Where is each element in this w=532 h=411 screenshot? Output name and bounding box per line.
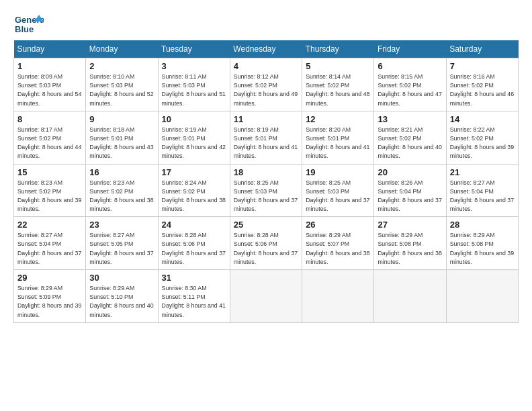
- cell-content: Sunrise: 8:14 AMSunset: 5:02 PMDaylight:…: [306, 73, 369, 107]
- day-number: 7: [450, 61, 515, 71]
- calendar-cell: 19 Sunrise: 8:25 AMSunset: 5:03 PMDaylig…: [302, 164, 374, 217]
- calendar-cell: 16 Sunrise: 8:23 AMSunset: 5:02 PMDaylig…: [86, 164, 158, 217]
- day-number: 25: [234, 220, 298, 230]
- cell-content: Sunrise: 8:19 AMSunset: 5:01 PMDaylight:…: [234, 126, 298, 160]
- logo-icon: General Blue: [13, 12, 40, 32]
- calendar-cell: 10 Sunrise: 8:19 AMSunset: 5:01 PMDaylig…: [158, 111, 230, 164]
- day-number: 3: [162, 61, 226, 71]
- cell-content: Sunrise: 8:29 AMSunset: 5:08 PMDaylight:…: [378, 232, 441, 265]
- calendar-cell: 15 Sunrise: 8:23 AMSunset: 5:02 PMDaylig…: [14, 164, 86, 217]
- day-number: 10: [162, 114, 226, 124]
- logo: General Blue: [13, 12, 43, 32]
- calendar-cell: 7 Sunrise: 8:16 AMSunset: 5:02 PMDayligh…: [446, 58, 518, 111]
- calendar-cell: 29 Sunrise: 8:29 AMSunset: 5:09 PMDaylig…: [14, 270, 86, 323]
- day-number: 15: [17, 167, 82, 177]
- cell-content: Sunrise: 8:18 AMSunset: 5:01 PMDaylight:…: [89, 126, 153, 160]
- calendar-cell: 22 Sunrise: 8:27 AMSunset: 5:04 PMDaylig…: [14, 217, 86, 270]
- col-header-monday: Monday: [86, 40, 158, 58]
- col-header-friday: Friday: [374, 40, 446, 58]
- cell-content: Sunrise: 8:22 AMSunset: 5:02 PMDaylight:…: [450, 126, 514, 160]
- calendar-cell: 13 Sunrise: 8:21 AMSunset: 5:02 PMDaylig…: [374, 111, 446, 164]
- week-row-2: 8 Sunrise: 8:17 AMSunset: 5:02 PMDayligh…: [14, 111, 519, 164]
- day-number: 6: [378, 61, 442, 71]
- calendar-cell: 6 Sunrise: 8:15 AMSunset: 5:02 PMDayligh…: [374, 58, 446, 111]
- cell-content: Sunrise: 8:20 AMSunset: 5:01 PMDaylight:…: [306, 126, 369, 160]
- day-number: 23: [89, 220, 154, 230]
- day-number: 24: [162, 220, 226, 230]
- col-header-wednesday: Wednesday: [230, 40, 302, 58]
- calendar-cell: 14 Sunrise: 8:22 AMSunset: 5:02 PMDaylig…: [446, 111, 518, 164]
- cell-content: Sunrise: 8:25 AMSunset: 5:03 PMDaylight:…: [306, 179, 369, 213]
- cell-content: Sunrise: 8:24 AMSunset: 5:02 PMDaylight:…: [162, 179, 226, 213]
- week-row-4: 22 Sunrise: 8:27 AMSunset: 5:04 PMDaylig…: [14, 217, 519, 270]
- day-number: 11: [234, 114, 298, 124]
- day-number: 17: [162, 167, 226, 177]
- calendar-cell: 18 Sunrise: 8:25 AMSunset: 5:03 PMDaylig…: [230, 164, 302, 217]
- day-number: 5: [306, 61, 370, 71]
- calendar-cell: 24 Sunrise: 8:28 AMSunset: 5:06 PMDaylig…: [158, 217, 230, 270]
- day-number: 27: [378, 220, 442, 230]
- calendar-cell: 28 Sunrise: 8:29 AMSunset: 5:08 PMDaylig…: [446, 217, 518, 270]
- cell-content: Sunrise: 8:15 AMSunset: 5:02 PMDaylight:…: [378, 73, 441, 107]
- week-row-5: 29 Sunrise: 8:29 AMSunset: 5:09 PMDaylig…: [14, 270, 519, 323]
- day-number: 18: [234, 167, 298, 177]
- calendar-cell: 5 Sunrise: 8:14 AMSunset: 5:02 PMDayligh…: [302, 58, 374, 111]
- calendar-cell: 20 Sunrise: 8:26 AMSunset: 5:04 PMDaylig…: [374, 164, 446, 217]
- calendar-cell: [374, 270, 446, 323]
- day-number: 31: [162, 273, 226, 283]
- calendar-cell: [230, 270, 302, 323]
- cell-content: Sunrise: 8:27 AMSunset: 5:04 PMDaylight:…: [17, 232, 81, 265]
- calendar-table: SundayMondayTuesdayWednesdayThursdayFrid…: [13, 40, 519, 323]
- cell-content: Sunrise: 8:29 AMSunset: 5:07 PMDaylight:…: [306, 232, 369, 265]
- week-row-1: 1 Sunrise: 8:09 AMSunset: 5:03 PMDayligh…: [14, 58, 519, 111]
- day-number: 9: [89, 114, 154, 124]
- cell-content: Sunrise: 8:16 AMSunset: 5:02 PMDaylight:…: [450, 73, 514, 107]
- page: General Blue SundayMondayTuesdayWednesda…: [0, 0, 532, 330]
- calendar-cell: 23 Sunrise: 8:27 AMSunset: 5:05 PMDaylig…: [86, 217, 158, 270]
- cell-content: Sunrise: 8:27 AMSunset: 5:04 PMDaylight:…: [450, 179, 514, 213]
- cell-content: Sunrise: 8:29 AMSunset: 5:09 PMDaylight:…: [17, 285, 81, 318]
- col-header-saturday: Saturday: [446, 40, 518, 58]
- calendar-cell: 9 Sunrise: 8:18 AMSunset: 5:01 PMDayligh…: [86, 111, 158, 164]
- calendar-cell: 17 Sunrise: 8:24 AMSunset: 5:02 PMDaylig…: [158, 164, 230, 217]
- calendar-cell: 26 Sunrise: 8:29 AMSunset: 5:07 PMDaylig…: [302, 217, 374, 270]
- cell-content: Sunrise: 8:27 AMSunset: 5:05 PMDaylight:…: [89, 232, 153, 265]
- calendar-cell: 3 Sunrise: 8:11 AMSunset: 5:03 PMDayligh…: [158, 58, 230, 111]
- cell-content: Sunrise: 8:29 AMSunset: 5:10 PMDaylight:…: [89, 285, 153, 318]
- calendar-cell: 4 Sunrise: 8:12 AMSunset: 5:02 PMDayligh…: [230, 58, 302, 111]
- calendar-cell: 31 Sunrise: 8:30 AMSunset: 5:11 PMDaylig…: [158, 270, 230, 323]
- cell-content: Sunrise: 8:29 AMSunset: 5:08 PMDaylight:…: [450, 232, 514, 265]
- day-number: 4: [234, 61, 298, 71]
- calendar-cell: 12 Sunrise: 8:20 AMSunset: 5:01 PMDaylig…: [302, 111, 374, 164]
- day-number: 26: [306, 220, 370, 230]
- day-number: 16: [89, 167, 154, 177]
- col-header-sunday: Sunday: [14, 40, 86, 58]
- cell-content: Sunrise: 8:19 AMSunset: 5:01 PMDaylight:…: [162, 126, 226, 160]
- day-number: 1: [17, 61, 82, 71]
- day-number: 21: [450, 167, 515, 177]
- header: General Blue: [13, 12, 519, 32]
- calendar-cell: [302, 270, 374, 323]
- cell-content: Sunrise: 8:28 AMSunset: 5:06 PMDaylight:…: [162, 232, 226, 265]
- day-number: 30: [89, 273, 154, 283]
- cell-content: Sunrise: 8:17 AMSunset: 5:02 PMDaylight:…: [17, 126, 81, 160]
- cell-content: Sunrise: 8:12 AMSunset: 5:02 PMDaylight:…: [234, 73, 298, 107]
- cell-content: Sunrise: 8:28 AMSunset: 5:06 PMDaylight:…: [234, 232, 298, 265]
- day-number: 8: [17, 114, 82, 124]
- calendar-cell: 25 Sunrise: 8:28 AMSunset: 5:06 PMDaylig…: [230, 217, 302, 270]
- day-number: 14: [450, 114, 515, 124]
- day-number: 12: [306, 114, 370, 124]
- cell-content: Sunrise: 8:11 AMSunset: 5:03 PMDaylight:…: [162, 73, 226, 107]
- col-header-thursday: Thursday: [302, 40, 374, 58]
- cell-content: Sunrise: 8:23 AMSunset: 5:02 PMDaylight:…: [17, 179, 81, 213]
- calendar-cell: [446, 270, 518, 323]
- cell-content: Sunrise: 8:26 AMSunset: 5:04 PMDaylight:…: [378, 179, 441, 213]
- day-number: 22: [17, 220, 82, 230]
- cell-content: Sunrise: 8:10 AMSunset: 5:03 PMDaylight:…: [89, 73, 153, 107]
- day-number: 2: [89, 61, 154, 71]
- week-row-3: 15 Sunrise: 8:23 AMSunset: 5:02 PMDaylig…: [14, 164, 519, 217]
- cell-content: Sunrise: 8:09 AMSunset: 5:03 PMDaylight:…: [17, 73, 81, 107]
- calendar-cell: 21 Sunrise: 8:27 AMSunset: 5:04 PMDaylig…: [446, 164, 518, 217]
- day-number: 29: [17, 273, 82, 283]
- day-number: 19: [306, 167, 370, 177]
